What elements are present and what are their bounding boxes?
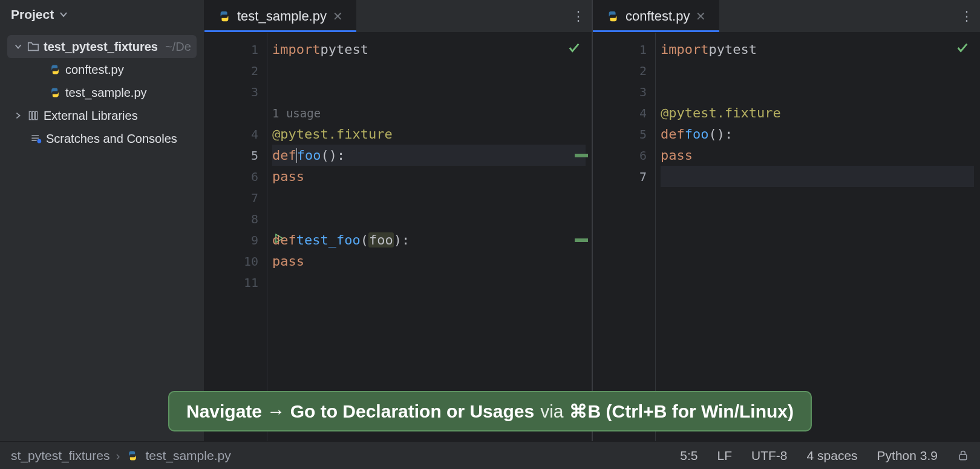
banner-mid: via (540, 401, 563, 422)
project-tree[interactable]: test_pytest_fixtures ~/De conftest.py te… (0, 29, 204, 150)
line-number: 4 (593, 102, 655, 123)
tree-external-libraries[interactable]: External Libraries (0, 104, 204, 127)
svg-point-3 (38, 139, 42, 143)
line-number: 4 (204, 123, 267, 145)
breadcrumb-item[interactable]: test_sample.py (145, 448, 230, 463)
line-number: 5 (204, 145, 267, 166)
svg-rect-1 (32, 111, 34, 119)
svg-rect-0 (29, 111, 31, 119)
library-icon (27, 109, 40, 122)
chevron-down-icon (13, 42, 23, 51)
tabbar-left: test_sample.py ✕ ⋮ (204, 0, 592, 33)
scratches-label: Scratches and Consoles (46, 132, 177, 146)
chevron-right-icon (13, 111, 23, 120)
readonly-lock-icon[interactable] (957, 450, 969, 462)
line-number: 3 (593, 81, 655, 102)
project-tool-header[interactable]: Project (0, 0, 204, 29)
tab-label: test_sample.py (237, 8, 327, 24)
inspection-ok-icon[interactable] (567, 41, 581, 57)
tree-project-root[interactable]: test_pytest_fixtures ~/De (7, 35, 197, 58)
tab-test-sample[interactable]: test_sample.py ✕ (204, 0, 356, 32)
line-number: 8 (204, 208, 267, 229)
line-number: 6 (204, 166, 267, 187)
line-number: 1 (204, 39, 267, 60)
line-separator[interactable]: LF (717, 448, 733, 463)
line-number: 7 (593, 166, 655, 187)
banner-shortcut: ⌘B (Ctrl+B for Win/Linux) (569, 401, 794, 422)
editor-marks-strip[interactable] (575, 238, 588, 242)
tree-file-label: test_sample.py (65, 86, 147, 100)
breadcrumbs[interactable]: st_pytest_fixtures › test_sample.py (11, 448, 231, 463)
line-number: 6 (593, 145, 655, 166)
line-number: 10 (204, 251, 267, 272)
close-tab-icon[interactable]: ✕ (696, 9, 706, 24)
line-number: 2 (204, 60, 267, 81)
usage-hint[interactable]: 1 usage (272, 107, 321, 120)
folder-icon (27, 40, 40, 53)
tree-scratches[interactable]: Scratches and Consoles (0, 127, 204, 150)
tabbar-right: conftest.py ✕ ⋮ (593, 0, 980, 33)
chevron-down-icon (59, 10, 68, 19)
python-file-icon (48, 63, 62, 76)
line-number (204, 102, 267, 123)
tab-conftest[interactable]: conftest.py ✕ (593, 0, 719, 32)
caret-position[interactable]: 5:5 (680, 448, 697, 463)
external-libraries-label: External Libraries (44, 109, 138, 123)
project-root-name: test_pytest_fixtures (44, 40, 158, 54)
tree-file-label: conftest.py (65, 63, 124, 77)
line-number: 7 (204, 187, 267, 208)
indent-settings[interactable]: 4 spaces (807, 448, 858, 463)
project-title: Project (11, 7, 54, 22)
tab-menu-button[interactable]: ⋮ (566, 0, 592, 32)
svg-rect-4 (959, 454, 967, 459)
line-number: 5 (593, 123, 655, 145)
interpreter[interactable]: Python 3.9 (877, 448, 938, 463)
breadcrumb-separator-icon: › (116, 448, 120, 463)
line-number: 11 (204, 272, 267, 293)
line-number: 2 (593, 60, 655, 81)
inspection-ok-icon[interactable] (956, 41, 969, 57)
python-file-icon (218, 10, 231, 23)
tab-menu-button[interactable]: ⋮ (955, 0, 980, 32)
line-number: 1 (593, 39, 655, 60)
close-tab-icon[interactable]: ✕ (333, 9, 343, 24)
breadcrumb-item[interactable]: st_pytest_fixtures (11, 448, 109, 463)
editor-marks-strip[interactable] (575, 154, 588, 157)
file-encoding[interactable]: UTF-8 (751, 448, 788, 463)
python-file-icon (48, 86, 62, 99)
svg-rect-2 (35, 111, 37, 119)
line-number: 9 (204, 229, 267, 251)
scratches-icon (29, 132, 42, 145)
statusbar: st_pytest_fixtures › test_sample.py 5:5 … (0, 441, 980, 469)
project-root-path: ~/De (165, 40, 191, 54)
line-number: 3 (204, 81, 267, 102)
tip-banner: Navigate → Go to Declaration or Usages v… (168, 391, 812, 431)
banner-action: Navigate → Go to Declaration or Usages (186, 401, 534, 422)
tree-file-test-sample[interactable]: test_sample.py (0, 81, 204, 104)
python-file-icon (126, 449, 139, 462)
python-file-icon (606, 10, 619, 23)
tab-label: conftest.py (626, 8, 690, 24)
tree-file-conftest[interactable]: conftest.py (0, 58, 204, 81)
